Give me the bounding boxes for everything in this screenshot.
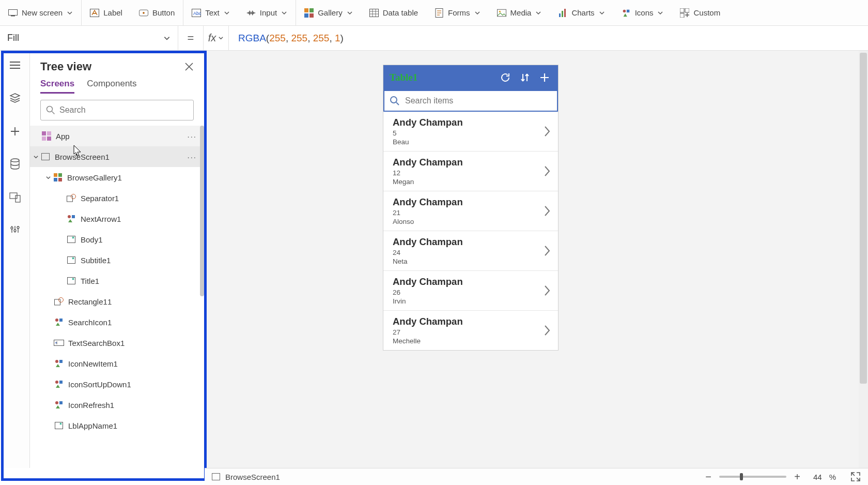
svg-rect-17: [559, 13, 561, 17]
tree-node-searchicon[interactable]: SearchIcon1: [30, 312, 204, 332]
gallery-button[interactable]: Gallery: [296, 0, 361, 25]
data-button[interactable]: [8, 157, 22, 172]
status-selection: BrowseScreen1: [225, 473, 280, 481]
chevron-right-icon[interactable]: [544, 126, 551, 137]
svg-rect-33: [47, 131, 51, 135]
gallery-item[interactable]: Andy Champan5Beau: [383, 112, 558, 151]
tree-node-nextarrow[interactable]: NextArrow1: [30, 208, 204, 229]
gallery-item[interactable]: Andy Champan21Alonso: [383, 191, 558, 231]
gallery-item-sub1: 26: [393, 289, 551, 296]
refresh-button[interactable]: [498, 70, 513, 85]
tree-node-browsescreen[interactable]: BrowseScreen1 ···: [30, 146, 204, 167]
tab-components[interactable]: Components: [87, 79, 136, 94]
chevron-down-icon[interactable]: [33, 154, 40, 160]
tree-node-label: BrowseGallery1: [67, 173, 122, 182]
svg-point-49: [59, 298, 64, 302]
tree-node-separator[interactable]: Separator1: [30, 188, 204, 208]
svg-text:Abc: Abc: [193, 11, 201, 16]
tree-node-subtitle[interactable]: Subtitle1: [30, 250, 204, 270]
new-screen-button[interactable]: New screen: [0, 0, 82, 25]
tree-node-body[interactable]: Body1: [30, 229, 204, 250]
svg-rect-39: [54, 178, 57, 181]
input-button[interactable]: Input: [238, 0, 296, 25]
tree-node-lblappname[interactable]: LblAppName1: [30, 415, 204, 436]
chevron-right-icon[interactable]: [544, 325, 551, 336]
gallery-item-title: Andy Champan: [393, 196, 551, 208]
tree-view-title: Tree view: [40, 60, 91, 73]
tree-node-textsearchbox[interactable]: TextSearchBox1: [30, 332, 204, 353]
media-panel-button[interactable]: [8, 190, 22, 205]
more-button[interactable]: ···: [187, 153, 197, 161]
tab-screens[interactable]: Screens: [40, 79, 74, 94]
canvas[interactable]: Table1 Andy Champan5BeauAndy Champan12Me…: [205, 51, 868, 468]
button-button[interactable]: Button: [131, 0, 183, 25]
sort-icon: [519, 72, 531, 83]
svg-point-16: [499, 10, 500, 12]
data-table-label: Data table: [383, 8, 418, 17]
chevron-down-icon: [535, 10, 541, 16]
text-button[interactable]: Abc Text: [183, 0, 238, 25]
close-button[interactable]: [184, 62, 194, 71]
label-label: Label: [103, 8, 122, 17]
tree-node-label: Title1: [81, 277, 99, 285]
tools-icon: [9, 225, 21, 236]
app-search[interactable]: [383, 90, 558, 112]
app-search-input[interactable]: [405, 96, 552, 105]
zoom-out-button[interactable]: −: [703, 471, 714, 483]
tree-search-input[interactable]: [59, 105, 188, 115]
more-button[interactable]: ···: [187, 132, 197, 141]
layers-icon: [9, 93, 21, 104]
forms-icon: [435, 8, 444, 18]
chevron-down-icon[interactable]: [45, 175, 53, 180]
formula-input[interactable]: RGBA(255, 255, 255, 1): [229, 32, 868, 44]
zoom-in-button[interactable]: +: [792, 471, 803, 483]
icon-control-icon: [54, 317, 64, 327]
tree-view-button[interactable]: [8, 91, 22, 105]
charts-button[interactable]: Charts: [550, 0, 613, 25]
gallery-item[interactable]: Andy Champan24Neta: [383, 231, 558, 271]
svg-point-31: [47, 107, 53, 112]
gallery-item-title: Andy Champan: [393, 157, 551, 168]
tree-node-app[interactable]: App ···: [30, 126, 204, 146]
svg-rect-41: [67, 196, 73, 202]
tree-scrollbar[interactable]: [200, 126, 204, 296]
svg-point-4: [143, 12, 145, 14]
chevron-right-icon[interactable]: [544, 165, 551, 177]
custom-button[interactable]: Custom: [672, 0, 729, 25]
tree-list: App ··· BrowseScreen1 ··· BrowseGallery1…: [30, 126, 204, 468]
gallery-item[interactable]: Andy Champan27Mechelle: [383, 311, 558, 350]
property-selector[interactable]: Fill: [0, 26, 178, 50]
forms-button[interactable]: Forms: [426, 0, 489, 25]
button-icon: [139, 8, 148, 18]
tree-node-rectangle[interactable]: Rectangle11: [30, 291, 204, 312]
tree-search[interactable]: [40, 100, 194, 120]
canvas-scrollbar[interactable]: [859, 51, 868, 468]
fit-button[interactable]: [850, 472, 861, 482]
add-button[interactable]: [537, 70, 552, 85]
media-button[interactable]: Media: [489, 0, 550, 25]
label-icon: [90, 8, 99, 18]
tree-node-iconnewitem[interactable]: IconNewItem1: [30, 353, 204, 374]
data-table-button[interactable]: Data table: [361, 0, 426, 25]
tree-node-iconsortupdown[interactable]: IconSortUpDown1: [30, 374, 204, 395]
fx-button[interactable]: fx: [203, 26, 229, 50]
icons-button[interactable]: Icons: [613, 0, 672, 25]
sort-button[interactable]: [518, 70, 532, 85]
gallery-item[interactable]: Andy Champan26Irvin: [383, 271, 558, 311]
insert-button[interactable]: [8, 124, 22, 139]
tree-node-browsegallery[interactable]: BrowseGallery1: [30, 167, 204, 188]
gallery-item-sub2: Beau: [393, 138, 551, 146]
label-button[interactable]: Label: [82, 0, 131, 25]
chevron-right-icon[interactable]: [544, 285, 551, 296]
menu-button[interactable]: [8, 58, 22, 72]
zoom-slider[interactable]: [719, 476, 786, 478]
gallery-item[interactable]: Andy Champan12Megan: [383, 151, 558, 191]
tree-node-title[interactable]: Title1: [30, 270, 204, 291]
chevron-right-icon[interactable]: [544, 205, 551, 217]
tree-node-iconrefresh[interactable]: IconRefresh1: [30, 395, 204, 415]
chevron-right-icon[interactable]: [544, 245, 551, 256]
advanced-tools-button[interactable]: [8, 223, 22, 238]
textinput-icon: [54, 338, 64, 348]
close-icon: [184, 62, 194, 71]
tree-node-label: TextSearchBox1: [68, 339, 125, 347]
